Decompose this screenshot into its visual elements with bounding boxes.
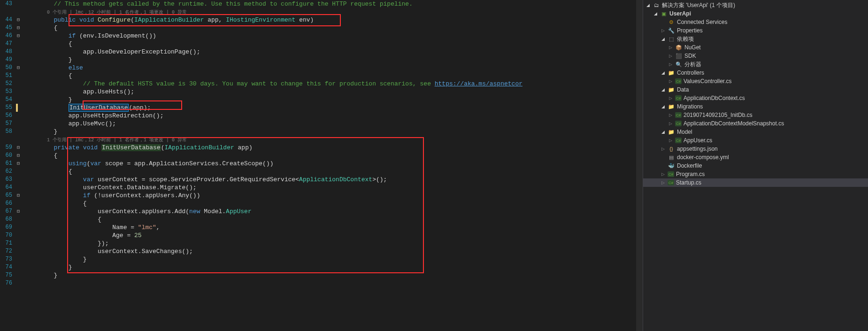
fold-toggle[interactable]: ⊟ — [14, 192, 23, 200]
code-line[interactable]: app.UseMvc(); — [24, 120, 643, 128]
code-line[interactable]: { — [24, 24, 643, 32]
url-link[interactable]: https://aka.ms/aspnetcor — [435, 80, 522, 87]
tree-expander-icon[interactable] — [653, 11, 658, 16]
code-area[interactable]: // This method gets called by the runtim… — [23, 0, 643, 331]
tree-expander-icon[interactable] — [660, 87, 666, 92]
tree-item[interactable]: ▤docker-compose.yml — [643, 153, 868, 162]
tree-item[interactable]: 🔍分析器 — [643, 60, 868, 69]
tree-item[interactable]: {}appsettings.json — [643, 145, 868, 153]
code-line[interactable]: app.UseHttpsRedirection(); — [24, 112, 643, 120]
code-line[interactable]: 0 个引用 | lmc，12 小时前 | 1 名作者，1 项更改 | 0 异常 — [24, 8, 643, 16]
codelens[interactable]: 1 个引用 | lmc，12 小时前 | 1 名作者，1 项更改 | 0 异常 — [24, 138, 187, 143]
code-line[interactable]: } — [24, 56, 643, 64]
code-line[interactable]: } — [24, 255, 643, 263]
tree-expander-icon[interactable] — [668, 53, 673, 59]
code-line[interactable]: } — [24, 263, 643, 271]
code-line[interactable]: using(var scope = app.ApplicationService… — [24, 160, 643, 168]
tree-item[interactable]: C#ApplicationDbContextModelSnapshot.cs — [643, 119, 868, 128]
tree-expander-icon[interactable] — [660, 70, 666, 76]
code-line[interactable]: Age = 25 — [24, 231, 643, 239]
tree-item[interactable]: C#20190714092105_InitDb.cs — [643, 111, 868, 119]
code-line[interactable]: { — [24, 168, 643, 176]
code-line[interactable]: // The default HSTS value is 30 days. Yo… — [24, 80, 643, 88]
codelens[interactable]: 0 个引用 | lmc，12 小时前 | 1 名作者，1 项更改 | 0 异常 — [24, 10, 187, 15]
fold-toggle[interactable]: ⊟ — [14, 208, 23, 216]
code-line[interactable]: } — [24, 128, 643, 136]
fold-toggle — [14, 40, 23, 48]
tree-expander-icon[interactable] — [660, 146, 666, 152]
tree-item[interactable]: 📁Data — [643, 85, 868, 94]
tree-item[interactable]: C#ValuesController.cs — [643, 77, 868, 85]
line-number-gutter: 4344454647484950515253545556575859606162… — [0, 0, 14, 331]
tree-item[interactable]: 📁Model — [643, 128, 868, 136]
vertical-scrollbar[interactable] — [636, 0, 643, 331]
tree-expander-icon[interactable] — [668, 95, 673, 101]
tree-expander-icon[interactable] — [660, 180, 666, 185]
tree-expander-icon[interactable] — [645, 2, 651, 8]
tree-item[interactable]: ⚙Connected Services — [643, 18, 868, 26]
code-line[interactable]: { — [24, 72, 643, 80]
tree-expander-icon[interactable] — [660, 28, 666, 33]
tree-item[interactable]: C#Program.cs — [643, 170, 868, 178]
code-line[interactable] — [24, 279, 643, 287]
fold-toggle — [14, 223, 23, 231]
code-line[interactable]: userContext.Database.Migrate(); — [24, 184, 643, 192]
folder-icon: 📁 — [668, 69, 675, 77]
fold-toggle[interactable]: ⊟ — [14, 24, 23, 32]
code-line[interactable]: app.UseHsts(); — [24, 88, 643, 96]
tree-item[interactable]: 📦NuGet — [643, 43, 868, 52]
solution-explorer[interactable]: 🗂解决方案 'UserApi' (1 个项目)▣UserApi⚙Connecte… — [643, 0, 868, 331]
code-line[interactable]: 1 个引用 | lmc，12 小时前 | 1 名作者，1 项更改 | 0 异常 — [24, 136, 643, 144]
code-line[interactable]: else — [24, 64, 643, 72]
fold-toggle[interactable]: ⊟ — [14, 144, 23, 152]
code-line[interactable]: if (env.IsDevelopment()) — [24, 32, 643, 40]
tree-expander-icon[interactable] — [660, 104, 666, 109]
fold-toggle[interactable]: ⊟ — [14, 152, 23, 160]
tree-expander-icon[interactable] — [660, 129, 666, 135]
tree-expander-icon[interactable] — [668, 121, 673, 126]
tree-item[interactable]: 🗂解决方案 'UserApi' (1 个项目) — [643, 1, 868, 9]
tree-item[interactable]: ⬚依赖项 — [643, 35, 868, 43]
json-icon: {} — [668, 145, 675, 153]
code-line[interactable]: { — [24, 152, 643, 160]
tree-item[interactable]: C#AppUser.cs — [643, 136, 868, 145]
tree-item[interactable]: 🔧Properties — [643, 26, 868, 35]
code-line[interactable]: var userContext = scope.ServiceProvider.… — [24, 176, 643, 184]
tree-item[interactable]: 📁Controllers — [643, 69, 868, 77]
tree-expander-icon[interactable] — [668, 45, 673, 50]
tree-expander-icon[interactable] — [660, 36, 666, 42]
code-line[interactable]: }); — [24, 239, 643, 247]
tree-item[interactable]: ⬛SDK — [643, 52, 868, 60]
tree-item[interactable]: 📁Migrations — [643, 102, 868, 111]
tree-expander-icon[interactable] — [660, 171, 666, 177]
tree-item[interactable]: C#Startup.cs — [643, 178, 868, 187]
fold-toggle[interactable]: ⊟ — [14, 32, 23, 40]
code-line[interactable]: { — [24, 200, 643, 208]
solution-tree[interactable]: 🗂解决方案 'UserApi' (1 个项目)▣UserApi⚙Connecte… — [643, 0, 868, 188]
code-line[interactable]: private void InitUserDatabase(IApplicati… — [24, 144, 643, 152]
tree-expander-icon[interactable] — [668, 78, 673, 84]
fold-toggle[interactable]: ⊟ — [14, 16, 23, 24]
fold-toggle[interactable]: ⊟ — [14, 64, 23, 72]
code-line[interactable]: public void Configure(IApplicationBuilde… — [24, 16, 643, 24]
code-line[interactable]: if (!userContext.appUsers.Any()) — [24, 192, 643, 200]
tree-expander-icon[interactable] — [668, 62, 673, 67]
code-line[interactable]: } — [24, 271, 643, 279]
code-line[interactable]: { — [24, 40, 643, 48]
code-line[interactable]: userContext.SaveChanges(); — [24, 247, 643, 255]
fold-column[interactable]: ⊟⊟⊟⊟⊟⊟⊟⊟⊟ — [14, 0, 23, 331]
code-editor[interactable]: 4344454647484950515253545556575859606162… — [0, 0, 643, 331]
code-line[interactable]: InitUserDatabase(app); — [24, 104, 643, 112]
code-line[interactable]: } — [24, 96, 643, 104]
code-line[interactable]: // This method gets called by the runtim… — [24, 0, 643, 8]
code-line[interactable]: { — [24, 216, 643, 223]
fold-toggle[interactable]: ⊟ — [14, 160, 23, 168]
tree-item[interactable]: C#ApplicationDbContext.cs — [643, 94, 868, 102]
code-line[interactable]: Name = "lmc", — [24, 223, 643, 231]
code-line[interactable]: userContext.appUsers.Add(new Model.AppUs… — [24, 208, 643, 216]
tree-item[interactable]: 🐳Dockerfile — [643, 162, 868, 170]
tree-expander-icon[interactable] — [668, 138, 673, 143]
code-line[interactable]: app.UseDeveloperExceptionPage(); — [24, 48, 643, 56]
tree-expander-icon[interactable] — [668, 112, 673, 118]
tree-item[interactable]: ▣UserApi — [643, 9, 868, 18]
